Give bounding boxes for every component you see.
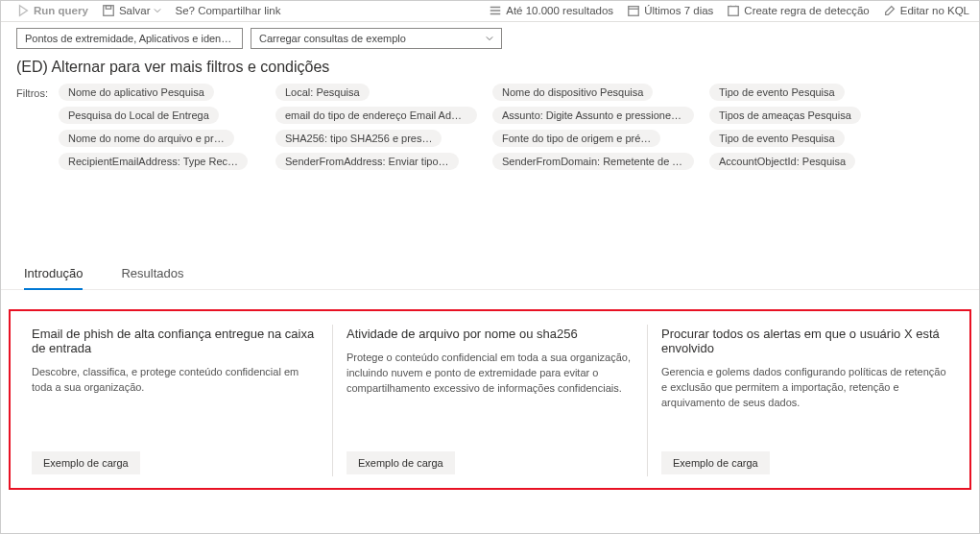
filter-chip[interactable]: Assunto: Digite Assunto e pressione …	[492, 107, 694, 124]
filter-chip[interactable]: RecipientEmailAddress: Type Rec…	[59, 153, 248, 170]
filter-chip[interactable]: Nome do aplicativo Pesquisa	[59, 84, 214, 101]
filter-chip[interactable]: email do tipo de endereço Email Addres…	[275, 107, 477, 124]
results-tabs: Introdução Resultados	[1, 260, 979, 290]
filters-grid: Nome do aplicativo PesquisaLocal: Pesqui…	[59, 84, 911, 170]
run-query-button[interactable]: Run query	[16, 4, 88, 17]
list-icon	[489, 4, 502, 17]
edit-icon	[883, 4, 896, 17]
scope-selector[interactable]: Pontos de extremidade, Aplicativos e ide…	[16, 28, 243, 49]
load-example-button[interactable]: Exemplo de carga	[347, 451, 455, 474]
scope-label: Pontos de extremidade, Aplicativos e ide…	[25, 33, 234, 44]
filter-chip[interactable]: Fonte do tipo de origem e pré…	[492, 130, 660, 147]
calendar-icon	[627, 4, 640, 17]
rule-icon	[727, 4, 740, 17]
intro-card: Procurar todos os alertas em que o usuár…	[647, 325, 962, 476]
svg-rect-0	[104, 6, 114, 16]
filter-chip[interactable]: Nome do nome do arquivo e pr…	[59, 130, 234, 147]
edit-kql-button[interactable]: Editar no KQL	[883, 4, 969, 17]
query-scope-row: Pontos de extremidade, Aplicativos e ide…	[1, 22, 979, 57]
save-button[interactable]: Salvar	[102, 4, 162, 17]
svg-rect-1	[106, 6, 110, 10]
filter-chip[interactable]: Tipo de evento Pesquisa	[709, 130, 845, 147]
filter-chip[interactable]: Tipos de ameaças Pesquisa	[709, 107, 861, 124]
load-example-button[interactable]: Exemplo de carga	[32, 451, 140, 474]
svg-rect-3	[729, 7, 739, 16]
card-title: Procurar todos os alertas em que o usuár…	[661, 327, 948, 355]
save-icon	[102, 4, 115, 17]
filter-chip[interactable]: AccountObjectId: Pesquisa	[709, 153, 855, 170]
filters-label: Filtros:	[16, 84, 59, 170]
chevron-down-icon	[486, 35, 493, 42]
filter-chip[interactable]: Tipo de evento Pesquisa	[709, 84, 845, 101]
create-rule-label: Create regra de detecção	[744, 5, 869, 16]
tab-results[interactable]: Resultados	[121, 260, 183, 289]
share-label: Se? Compartilhar link	[175, 5, 280, 16]
share-link-button[interactable]: Se? Compartilhar link	[175, 5, 280, 16]
filter-chip[interactable]: Pesquisa do Local de Entrega	[59, 107, 219, 124]
play-icon	[16, 4, 30, 17]
card-description: Protege o conteúdo confidencial em toda …	[347, 351, 633, 397]
time-range-label: Últimos 7 dias	[644, 5, 713, 16]
card-title: Email de phish de alta confiança entregu…	[32, 327, 319, 355]
filter-chip[interactable]: SHA256: tipo SHA256 e pres…	[275, 130, 442, 147]
card-description: Gerencia e golems dados configurando pol…	[661, 365, 948, 411]
sample-queries-label: Carregar consultas de exemplo	[259, 33, 406, 44]
intro-card: Email de phish de alta confiança entregu…	[18, 325, 332, 476]
save-label: Salvar	[119, 5, 151, 16]
edit-kql-label: Editar no KQL	[900, 5, 969, 16]
sample-queries-dropdown[interactable]: Carregar consultas de exemplo	[251, 28, 502, 49]
tab-introduction[interactable]: Introdução	[24, 260, 83, 290]
intro-cards-container: Email de phish de alta confiança entregu…	[9, 309, 971, 490]
filter-chip[interactable]: SenderFromDomain: Remetente de Tipo	[492, 153, 694, 170]
filter-chip[interactable]: SenderFromAddress: Enviar tipo…	[275, 153, 459, 170]
filters-heading: (ED) Alternar para ver mais filtros e co…	[1, 57, 979, 84]
create-detection-rule-button[interactable]: Create regra de detecção	[727, 4, 869, 17]
svg-rect-2	[629, 7, 639, 16]
filters-section: Filtros: Nome do aplicativo PesquisaLoca…	[1, 84, 979, 174]
card-title: Atividade de arquivo por nome ou sha256	[347, 327, 633, 341]
filter-chip[interactable]: Nome do dispositivo Pesquisa	[492, 84, 653, 101]
chevron-down-icon	[154, 7, 161, 14]
results-limit-button[interactable]: Até 10.000 resultados	[489, 4, 613, 17]
run-query-label: Run query	[34, 5, 88, 16]
top-toolbar: Run query Salvar Se? Compartilhar link A…	[1, 1, 979, 22]
card-description: Descobre, classifica, e protege conteúdo…	[32, 365, 319, 396]
load-example-button[interactable]: Exemplo de carga	[661, 451, 770, 474]
results-limit-label: Até 10.000 resultados	[506, 5, 613, 16]
intro-card: Atividade de arquivo por nome ou sha256 …	[332, 325, 647, 476]
filter-chip[interactable]: Local: Pesquisa	[275, 84, 370, 101]
time-range-button[interactable]: Últimos 7 dias	[627, 4, 713, 17]
